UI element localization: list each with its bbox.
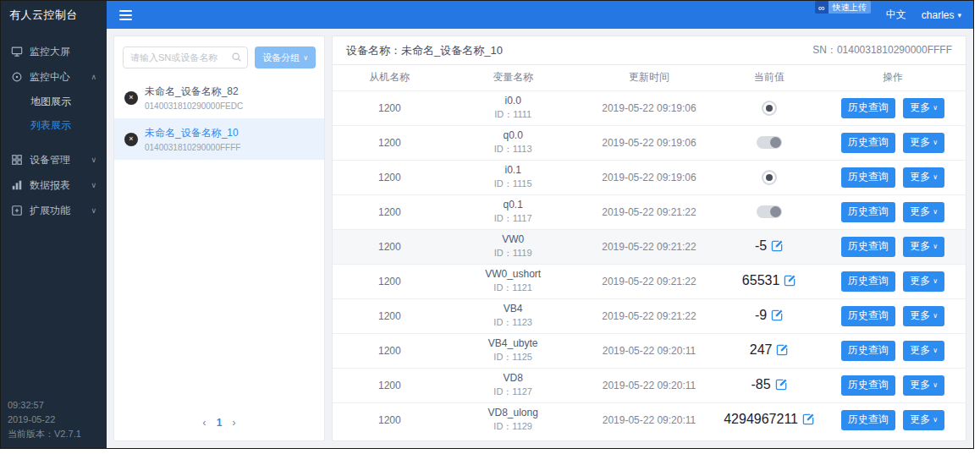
detail-header: 设备名称：未命名_设备名称_10 SN：0140031810290000FFFF xyxy=(333,36,966,65)
menu-toggle-icon[interactable] xyxy=(107,1,144,29)
variables-table: 从机名称 变量名称 更新时间 当前值 操作 1200 i0.0 ID xyxy=(333,65,966,437)
variable-id: ID：1115 xyxy=(447,178,580,190)
current-value-cell: -85 xyxy=(718,368,820,402)
history-query-button[interactable]: 历史查询 xyxy=(841,133,895,153)
more-button[interactable]: 更多∨ xyxy=(903,167,944,188)
edit-icon[interactable] xyxy=(771,309,784,324)
actions-cell: 历史查询 更多∨ xyxy=(820,368,966,402)
current-value-cell xyxy=(718,90,820,125)
device-offline-icon: × xyxy=(124,91,138,105)
sidebar-item-label: 地图展示 xyxy=(30,95,71,109)
device-name: 未命名_设备名称_10 xyxy=(145,126,240,140)
bit-status-indicator[interactable] xyxy=(762,170,777,185)
sidebar-item-list-display[interactable]: 列表展示 xyxy=(1,113,107,137)
variable-cell: VW0 ID：1119 xyxy=(447,229,580,264)
variable-cell: VD8_ulong ID：1129 xyxy=(447,402,580,437)
language-switch[interactable]: 中文 xyxy=(886,8,906,22)
sidebar-item-device-manage[interactable]: 设备管理 ∨ xyxy=(1,147,107,172)
variable-name: i0.0 xyxy=(447,95,580,107)
infinity-icon: ∞ xyxy=(815,1,829,14)
current-value: -5 xyxy=(755,238,767,253)
more-button[interactable]: 更多∨ xyxy=(903,98,944,118)
table-row: 1200 VB4_ubyte ID：1125 2019-05-22 09:20:… xyxy=(333,333,966,368)
history-query-button[interactable]: 历史查询 xyxy=(841,202,895,222)
history-query-button[interactable]: 历史查询 xyxy=(841,375,895,396)
more-button[interactable]: 更多∨ xyxy=(903,375,944,396)
device-list-item[interactable]: × 未命名_设备名称_82 0140031810290000FEDC xyxy=(114,77,324,118)
more-button[interactable]: 更多∨ xyxy=(903,133,944,153)
variable-name: VB4_ubyte xyxy=(447,337,580,349)
more-button[interactable]: 更多∨ xyxy=(903,237,944,257)
top-bar: 有人云控制台 ∞ 快速上传 中文 charles ▾ xyxy=(1,1,973,29)
variable-id: ID：1117 xyxy=(447,212,580,225)
history-query-button[interactable]: 历史查询 xyxy=(841,306,895,326)
device-sn: 0140031810290000FEDC xyxy=(145,101,243,111)
chevron-down-icon: ∨ xyxy=(933,208,938,216)
slave-name-cell: 1200 xyxy=(333,333,447,368)
device-group-label: 设备分组 xyxy=(262,52,300,64)
history-query-button[interactable]: 历史查询 xyxy=(841,341,895,361)
history-query-button[interactable]: 历史查询 xyxy=(841,410,895,430)
table-row: 1200 VD8_ulong ID：1129 2019-05-22 09:20:… xyxy=(333,402,966,437)
update-time-cell: 2019-05-22 09:19:06 xyxy=(580,90,719,125)
app-version: 当前版本：V2.7.1 xyxy=(8,427,107,441)
slave-name-cell: 1200 xyxy=(333,368,447,402)
variable-id: ID：1121 xyxy=(447,282,580,294)
more-button[interactable]: 更多∨ xyxy=(903,306,944,326)
device-list-item[interactable]: × 未命名_设备名称_10 0140031810290000FFFF xyxy=(114,118,324,160)
edit-icon[interactable] xyxy=(802,413,815,428)
variable-name: VW0 xyxy=(447,233,580,245)
device-meta: 未命名_设备名称_10 0140031810290000FFFF xyxy=(145,126,240,152)
toggle-switch[interactable] xyxy=(757,205,782,218)
update-time-cell: 2019-05-22 09:20:11 xyxy=(580,402,719,437)
variable-cell: VB4 ID：1123 xyxy=(447,298,580,333)
col-header-value: 当前值 xyxy=(718,65,820,90)
edit-icon[interactable] xyxy=(776,343,789,358)
app-title: 有人云控制台 xyxy=(1,1,107,29)
edit-icon[interactable] xyxy=(771,239,784,254)
upload-badge[interactable]: ∞ 快速上传 xyxy=(815,1,871,14)
current-value-cell xyxy=(718,160,820,194)
current-value-cell: 247 xyxy=(718,333,820,368)
history-query-button[interactable]: 历史查询 xyxy=(841,237,895,257)
bit-status-indicator[interactable] xyxy=(762,101,777,116)
chevron-down-icon: ∨ xyxy=(933,381,938,389)
chevron-down-icon: ∨ xyxy=(933,416,938,424)
slave-name-cell: 1200 xyxy=(333,90,447,125)
table-row: 1200 i0.1 ID：1115 2019-05-22 09:19:06 历史… xyxy=(333,160,966,194)
variable-id: ID：1125 xyxy=(447,351,580,364)
history-query-button[interactable]: 历史查询 xyxy=(841,167,895,188)
search-input[interactable] xyxy=(123,46,248,68)
chevron-down-icon: ∨ xyxy=(91,156,96,164)
device-title: 设备名称：未命名_设备名称_10 xyxy=(346,43,503,58)
current-value-cell: -9 xyxy=(718,298,820,333)
page-number[interactable]: 1 xyxy=(217,417,223,429)
more-button[interactable]: 更多∨ xyxy=(903,202,944,222)
user-menu[interactable]: charles ▾ xyxy=(922,9,961,21)
history-query-button[interactable]: 历史查询 xyxy=(841,271,895,292)
update-time-cell: 2019-05-22 09:19:06 xyxy=(580,160,719,194)
edit-icon[interactable] xyxy=(784,274,796,289)
variable-cell: q0.0 ID：1113 xyxy=(447,125,580,160)
edit-icon[interactable] xyxy=(775,378,788,393)
sidebar: 监控大屏 监控中心 ∧ 地图展示 列表展示 设备管理 ∨ xyxy=(1,29,107,448)
variable-cell: VD8 ID：1127 xyxy=(447,368,580,402)
more-button[interactable]: 更多∨ xyxy=(903,410,944,430)
sidebar-item-monitor-screen[interactable]: 监控大屏 xyxy=(1,39,107,64)
actions-cell: 历史查询 更多∨ xyxy=(820,90,966,125)
prev-page-button[interactable]: ‹ xyxy=(202,416,206,429)
more-button[interactable]: 更多∨ xyxy=(903,271,944,292)
clock-date: 2019-05-22 xyxy=(8,413,107,427)
more-button[interactable]: 更多∨ xyxy=(903,341,944,361)
sidebar-item-monitor-center[interactable]: 监控中心 ∧ xyxy=(1,64,107,90)
sidebar-item-map-display[interactable]: 地图展示 xyxy=(1,90,107,113)
sidebar-item-extensions[interactable]: 扩展功能 ∨ xyxy=(1,198,107,223)
next-page-button[interactable]: › xyxy=(232,416,235,429)
variable-name: VW0_ushort xyxy=(447,268,580,280)
update-time-cell: 2019-05-22 09:21:22 xyxy=(580,298,719,333)
toggle-switch[interactable] xyxy=(757,136,782,149)
history-query-button[interactable]: 历史查询 xyxy=(841,98,895,118)
device-group-button[interactable]: 设备分组 ∨ xyxy=(255,46,316,68)
sidebar-item-data-report[interactable]: 数据报表 ∨ xyxy=(1,172,107,198)
sidebar-footer: 09:32:57 2019-05-22 当前版本：V2.7.1 xyxy=(1,398,107,448)
